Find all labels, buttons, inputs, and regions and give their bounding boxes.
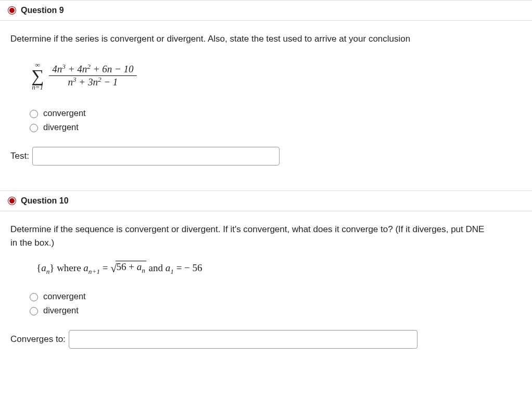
subscript-1: 1 — [170, 268, 174, 275]
seq-and-text: and a — [149, 262, 171, 273]
subscript-n-plus-1: n+1 — [88, 268, 100, 275]
question-10-block: Question 10 Determine if the sequence is… — [0, 190, 532, 364]
question-9-header: Question 9 — [0, 1, 532, 21]
q9-option-convergent-label: convergent — [43, 108, 86, 118]
q10-converges-input[interactable] — [69, 330, 417, 349]
question-10-title: Question 10 — [21, 196, 69, 206]
series-formula: ∞ ∑ n=1 4n3 + 4n2 + 6n − 10 n3 + 3n2 − 1 — [10, 55, 522, 94]
sequence-formula: {an} where an+1 = 56 + an and a1 = − 56 — [10, 259, 522, 278]
q9-option-divergent-label: divergent — [43, 122, 79, 132]
sqrt-icon: 56 + an — [110, 261, 146, 275]
q10-converges-label: Converges to: — [10, 334, 66, 345]
fraction: 4n3 + 4n2 + 6n − 10 n3 + 3n2 − 1 — [49, 63, 136, 88]
question-9-title: Question 9 — [21, 6, 64, 15]
question-9-block: Question 9 Determine if the series is co… — [0, 0, 532, 190]
question-10-body: Determine if the sequence is convergent … — [0, 211, 532, 364]
sigma-lower-limit: n=1 — [32, 84, 43, 91]
status-dot-icon — [8, 197, 16, 205]
seq-eq2: = − 56 — [174, 262, 202, 273]
q9-test-row: Test: — [10, 147, 522, 166]
q10-converges-row: Converges to: — [10, 330, 522, 349]
q9-test-label: Test: — [10, 151, 29, 161]
q10-option-convergent-label: convergent — [43, 291, 86, 301]
status-dot-icon — [8, 7, 16, 14]
q10-options: convergent divergent — [10, 291, 522, 315]
q10-option-divergent[interactable]: divergent — [27, 306, 522, 315]
q10-option-divergent-label: divergent — [43, 306, 79, 315]
q10-radio-divergent[interactable] — [30, 307, 38, 315]
q9-radio-divergent[interactable] — [30, 124, 38, 132]
q9-test-input[interactable] — [32, 147, 280, 166]
sqrt-body: 56 + an — [116, 261, 146, 275]
q10-radio-convergent[interactable] — [30, 293, 38, 301]
question-10-header: Question 10 — [0, 191, 532, 211]
q9-option-divergent[interactable]: divergent — [27, 122, 522, 132]
fraction-numerator: 4n3 + 4n2 + 6n − 10 — [49, 63, 136, 76]
fraction-denominator: n3 + 3n2 − 1 — [65, 76, 121, 88]
question-9-prompt: Determine if the series is convergent or… — [10, 32, 489, 46]
question-10-prompt: Determine if the sequence is convergent … — [10, 223, 489, 249]
q9-options: convergent divergent — [10, 108, 522, 132]
q9-radio-convergent[interactable] — [30, 110, 38, 118]
question-9-body: Determine if the series is convergent or… — [0, 21, 532, 190]
sigma-icon: ∞ ∑ n=1 — [31, 61, 44, 91]
q9-option-convergent[interactable]: convergent — [27, 108, 522, 118]
q10-option-convergent[interactable]: convergent — [27, 291, 522, 301]
